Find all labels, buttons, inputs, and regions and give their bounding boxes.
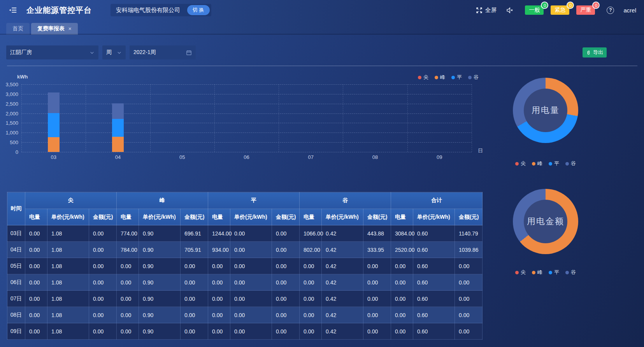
alarm-severe-button[interactable]: 严重 0 — [576, 5, 595, 15]
cell: 0.60 — [413, 274, 455, 291]
cell: 0.60 — [413, 225, 455, 242]
cell: 0.00 — [272, 323, 300, 340]
cell: 0.00 — [89, 242, 117, 258]
cell: 0.00 — [89, 291, 117, 307]
legend-item-峰: 峰 — [532, 160, 542, 167]
col-header-time: 时间 — [7, 192, 25, 225]
tab-home[interactable]: 首页 — [6, 23, 30, 35]
row-time: 05日 — [7, 258, 25, 274]
header-group-row: 时间尖峰平谷合计 — [7, 192, 483, 209]
cell: 0.00 — [363, 258, 391, 274]
close-icon[interactable]: ✕ — [68, 26, 72, 31]
col-header: 单价(元/kWh) — [322, 209, 363, 225]
tab-rate-report-label: 复费率报表 — [37, 25, 65, 32]
bar-segment-峰 — [48, 137, 60, 152]
cell: 0.00 — [89, 274, 117, 291]
gridline-vertical — [214, 84, 215, 152]
legend-dot — [515, 162, 519, 166]
legend-label: 谷 — [571, 160, 576, 167]
top-bar: 企业能源管控平台 安科瑞电气股份有限公司 切 换 全屏 一般 — [0, 0, 644, 35]
page-title: 企业能源管控平台 — [26, 5, 92, 16]
col-group-合计: 合计 — [391, 192, 483, 209]
cell: 0.00 — [391, 274, 413, 291]
cell: 0.60 — [413, 258, 455, 274]
cell: 0.00 — [455, 291, 483, 307]
alarm-urgent-badge: 0 — [567, 2, 574, 9]
x-axis-tick: 03 — [51, 154, 56, 160]
table-row: 06日0.001.080.000.000.900.000.000.000.000… — [7, 274, 483, 291]
cell: 0.00 — [25, 274, 47, 291]
gridline — [21, 123, 472, 123]
date-picker[interactable]: 2022-1周 — [130, 45, 196, 59]
alarm-general-button[interactable]: 一般 0 — [525, 5, 544, 15]
gridline — [21, 142, 472, 143]
cell: 0.00 — [25, 225, 47, 242]
legend-dot — [532, 271, 535, 274]
help-icon[interactable]: ? — [607, 7, 614, 14]
col-group-峰: 峰 — [117, 192, 208, 209]
legend-item-尖: 尖 — [515, 269, 526, 276]
y-axis-tick: 3,000 — [3, 91, 18, 97]
gridline — [21, 104, 472, 104]
x-axis-tick: 09 — [437, 154, 442, 160]
table-row: 04日0.001.080.00784.000.90705.91934.000.0… — [7, 242, 483, 258]
fullscreen-button[interactable]: 全屏 — [476, 7, 497, 14]
user-menu[interactable]: acrel — [623, 7, 636, 14]
gridline — [21, 94, 472, 94]
cell: 0.60 — [413, 242, 455, 258]
legend-label: 峰 — [537, 160, 542, 167]
col-header: 单价(元/kWh) — [47, 209, 89, 225]
legend-label: 平 — [554, 269, 559, 276]
cell: 0.60 — [413, 323, 455, 340]
cell: 0.42 — [322, 291, 363, 307]
cell: 0.00 — [230, 274, 272, 291]
bar-segment-平 — [112, 119, 124, 137]
col-header: 金额(元) — [89, 209, 117, 225]
cell: 0.42 — [322, 225, 363, 242]
cell: 0.00 — [230, 323, 272, 340]
col-header: 电量 — [208, 209, 230, 225]
rate-table: 时间尖峰平谷合计电量单价(元/kWh)金额(元)电量单价(元/kWh)金额(元)… — [7, 192, 483, 340]
col-header: 金额(元) — [272, 209, 300, 225]
cell: 0.00 — [363, 307, 391, 323]
gridline-vertical — [150, 84, 151, 152]
site-select[interactable]: 江阴厂房 — [6, 45, 98, 59]
cell: 0.00 — [300, 291, 322, 307]
cell: 0.00 — [208, 307, 230, 323]
tab-rate-report[interactable]: 复费率报表 ✕ — [31, 23, 78, 35]
cell: 0.00 — [208, 291, 230, 307]
export-button[interactable]: 导出 — [583, 47, 607, 58]
legend-item-平: 平 — [451, 74, 462, 81]
col-header: 单价(元/kWh) — [230, 209, 272, 225]
legend-label: 谷 — [474, 74, 479, 81]
mute-button[interactable] — [506, 7, 513, 14]
legend-dot — [418, 76, 421, 79]
alarm-urgent-button[interactable]: 紧急 0 — [551, 5, 569, 15]
cell: 0.00 — [181, 323, 208, 340]
cell: 0.00 — [89, 307, 117, 323]
cell: 0.90 — [139, 225, 181, 242]
col-header: 电量 — [117, 209, 139, 225]
cell: 0.00 — [300, 307, 322, 323]
cell: 0.00 — [181, 307, 208, 323]
menu-fold-icon[interactable] — [8, 5, 18, 15]
col-header: 电量 — [391, 209, 413, 225]
cell: 0.00 — [89, 323, 117, 340]
cell: 1140.79 — [455, 225, 483, 242]
period-select[interactable]: 周 — [102, 45, 126, 59]
legend-item-尖: 尖 — [418, 74, 428, 81]
cell: 784.00 — [117, 242, 139, 258]
cell: 0.00 — [363, 291, 391, 307]
cell: 0.00 — [300, 274, 322, 291]
legend-item-峰: 峰 — [435, 74, 445, 81]
cell: 802.00 — [300, 242, 322, 258]
gridline — [21, 152, 472, 152]
fullscreen-label: 全屏 — [485, 7, 497, 14]
cell: 0.00 — [455, 307, 483, 323]
x-axis-unit-label: 日 — [478, 147, 483, 154]
legend-dot — [532, 162, 535, 166]
x-axis-tick: 07 — [308, 154, 314, 160]
rate-table-header: 时间尖峰平谷合计电量单价(元/kWh)金额(元)电量单价(元/kWh)金额(元)… — [7, 192, 483, 225]
cell: 0.00 — [300, 258, 322, 274]
switch-company-button[interactable]: 切 换 — [187, 5, 210, 15]
